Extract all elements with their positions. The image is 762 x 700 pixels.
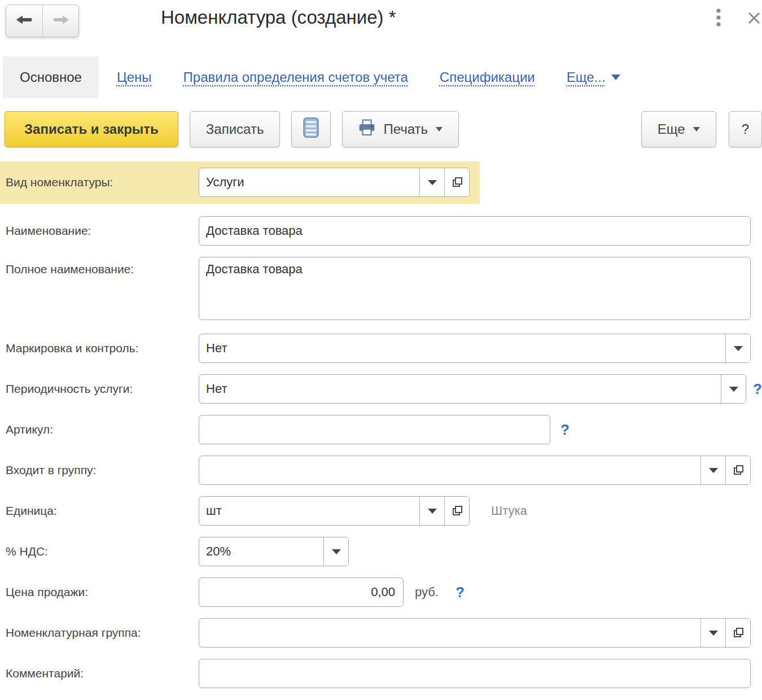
print-button[interactable]: Печать	[342, 111, 459, 147]
field-row-article: Артикул: ?	[6, 415, 762, 444]
save-and-close-button[interactable]: Записать и закрыть	[5, 111, 178, 147]
unit-input[interactable]	[199, 497, 419, 525]
full-name-label: Полное наименование:	[6, 257, 199, 276]
price-help-icon[interactable]: ?	[456, 584, 465, 601]
window-titlebar: Номенклатура (создание) *	[0, 0, 762, 56]
help-button[interactable]: ?	[729, 111, 762, 147]
field-row-nomenclature-group: Номенклатурная группа:	[6, 618, 762, 648]
comment-input[interactable]	[199, 659, 750, 688]
open-reference-icon[interactable]	[725, 619, 750, 647]
tab-more[interactable]: Еще...	[567, 69, 620, 85]
article-input[interactable]	[199, 415, 550, 444]
page-title: Номенклатура (создание) *	[161, 7, 396, 28]
unit-hint-text: Штука	[491, 504, 527, 518]
name-input[interactable]	[199, 217, 750, 245]
kebab-menu-icon[interactable]	[716, 8, 721, 28]
back-button[interactable]	[6, 5, 42, 37]
dropdown-arrow-icon[interactable]	[725, 334, 750, 362]
printer-icon	[358, 119, 375, 139]
tab-prices[interactable]: Цены	[117, 69, 152, 85]
item-form: Вид номенклатуры: Наименование: Полное н…	[0, 161, 762, 688]
periodicity-help-icon[interactable]: ?	[753, 380, 762, 398]
tab-main[interactable]: Основное	[3, 56, 99, 98]
name-label: Наименование:	[6, 224, 199, 238]
unit-label: Единица:	[6, 504, 199, 518]
print-label: Печать	[383, 121, 428, 137]
parent-group-label: Входит в группу:	[6, 463, 199, 477]
parent-group-input[interactable]	[199, 456, 700, 484]
more-label: Еще	[658, 121, 685, 137]
price-field	[199, 578, 404, 607]
vat-label: % НДС:	[6, 545, 199, 558]
field-row-comment: Комментарий:	[6, 659, 762, 688]
periodicity-label: Периодичность услуги:	[6, 382, 199, 396]
save-and-close-label: Записать и закрыть	[24, 121, 159, 137]
save-label: Записать	[206, 121, 264, 137]
periodicity-input[interactable]	[199, 375, 721, 403]
item-kind-input[interactable]	[199, 168, 419, 196]
tab-account-rules-label: Правила определения счетов учета	[183, 69, 408, 85]
field-row-item-kind: Вид номенклатуры:	[0, 161, 480, 204]
article-label: Артикул:	[6, 423, 199, 436]
dropdown-arrow-icon[interactable]	[700, 619, 725, 647]
article-help-icon[interactable]: ?	[560, 421, 570, 439]
field-row-parent-group: Входит в группу:	[6, 456, 762, 485]
arrow-left-icon	[16, 15, 33, 27]
marking-label: Маркировка и контроль:	[6, 342, 199, 355]
currency-label: руб.	[415, 585, 439, 600]
field-row-name: Наименование:	[6, 216, 762, 246]
tab-more-label: Еще...	[567, 69, 606, 85]
full-name-textarea[interactable]: Доставка товара	[199, 257, 751, 320]
parent-group-field	[199, 456, 751, 485]
field-row-full-name: Полное наименование: Доставка товара	[6, 257, 762, 320]
nomenclature-group-input[interactable]	[199, 619, 700, 647]
comment-field	[199, 659, 751, 688]
nomenclature-group-field	[199, 618, 751, 648]
article-field	[199, 415, 550, 444]
field-row-unit: Единица: Штука	[6, 496, 762, 526]
marking-input[interactable]	[199, 334, 725, 362]
dropdown-arrow-icon[interactable]	[700, 456, 725, 484]
dropdown-arrow-icon[interactable]	[419, 168, 444, 196]
data-stack-icon	[303, 117, 319, 141]
price-input[interactable]	[199, 578, 403, 606]
field-row-price: Цена продажи: руб. ?	[6, 578, 762, 607]
comment-label: Комментарий:	[6, 667, 199, 680]
close-icon[interactable]	[747, 11, 761, 25]
form-toolbar: Записать и закрыть Записать Печать	[0, 111, 762, 148]
more-button[interactable]: Еще	[641, 111, 716, 147]
forward-button[interactable]	[42, 5, 78, 37]
unit-field	[199, 496, 470, 526]
tab-bar: Основное Цены Правила определения счетов…	[0, 56, 762, 98]
tab-prices-label: Цены	[117, 69, 152, 85]
tab-specifications[interactable]: Спецификации	[440, 69, 535, 85]
tab-main-label: Основное	[20, 69, 82, 85]
marking-field	[199, 334, 751, 363]
tab-account-rules[interactable]: Правила определения счетов учета	[183, 69, 408, 85]
history-nav-group	[6, 5, 79, 37]
periodicity-field	[199, 374, 746, 404]
data-stack-button[interactable]	[291, 111, 331, 147]
item-kind-field	[199, 168, 470, 197]
chevron-down-icon	[611, 75, 620, 80]
item-kind-label: Вид номенклатуры:	[6, 176, 199, 189]
vat-input[interactable]	[199, 537, 323, 566]
dropdown-arrow-icon[interactable]	[419, 497, 444, 525]
arrow-right-icon	[52, 15, 69, 27]
name-field	[199, 216, 751, 246]
dropdown-arrow-icon[interactable]	[323, 537, 348, 566]
save-button[interactable]: Записать	[190, 111, 281, 147]
vat-field	[199, 537, 349, 566]
tab-specifications-label: Спецификации	[440, 69, 535, 85]
field-row-vat: % НДС:	[6, 537, 762, 566]
open-reference-icon[interactable]	[444, 168, 469, 196]
field-row-marking: Маркировка и контроль:	[6, 334, 762, 363]
field-row-periodicity: Периодичность услуги: ?	[6, 374, 762, 404]
help-button-label: ?	[742, 121, 749, 137]
price-label: Цена продажи:	[6, 585, 199, 599]
chevron-down-icon	[693, 127, 700, 132]
open-reference-icon[interactable]	[725, 456, 750, 484]
nomenclature-group-label: Номенклатурная группа:	[6, 626, 199, 640]
dropdown-arrow-icon[interactable]	[721, 375, 746, 403]
open-reference-icon[interactable]	[444, 497, 469, 525]
